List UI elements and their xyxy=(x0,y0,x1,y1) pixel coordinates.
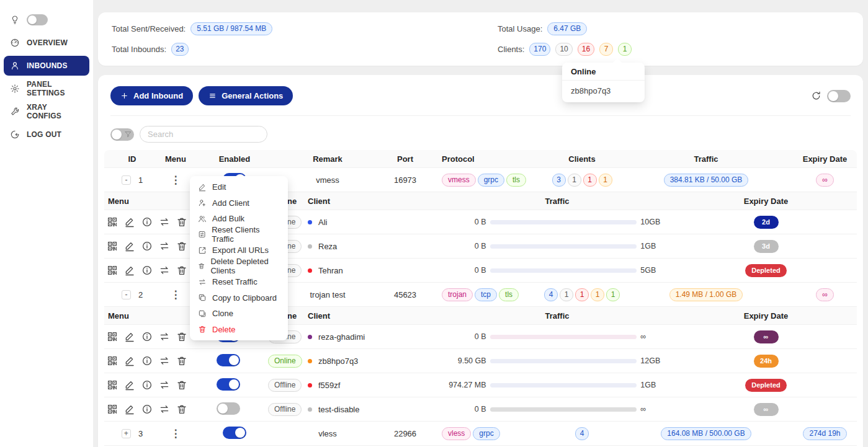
menu-item-delete[interactable]: Delete xyxy=(190,322,288,338)
edit-client-icon[interactable] xyxy=(124,216,135,228)
theme-toggle[interactable] xyxy=(27,14,48,25)
reset-traffic-icon[interactable] xyxy=(159,331,170,342)
edit-client-icon[interactable] xyxy=(124,379,135,391)
qr-code-icon[interactable] xyxy=(107,241,118,252)
sidebar-item-inbounds[interactable]: INBOUNDS xyxy=(4,56,89,76)
clients-count-default[interactable]: 10 xyxy=(555,43,572,56)
info-icon[interactable] xyxy=(141,216,153,228)
reset-traffic-icon[interactable] xyxy=(159,355,170,366)
info-icon[interactable] xyxy=(141,404,153,415)
reset-traffic-icon[interactable] xyxy=(159,379,170,391)
client-color-dot xyxy=(308,220,312,224)
expiry-tag: ∞ xyxy=(816,174,834,187)
menu-item-clone[interactable]: Clone xyxy=(190,306,288,322)
menu-item-reset-traffic[interactable]: Reset Traffic xyxy=(190,274,288,290)
delete-client-icon[interactable] xyxy=(176,265,187,276)
reset-traffic-icon[interactable] xyxy=(159,265,170,276)
collapse-button[interactable]: - xyxy=(122,175,131,185)
client-enabled-toggle[interactable] xyxy=(217,354,240,366)
add-inbound-button[interactable]: Add Inbound xyxy=(110,86,193,105)
traffic-bar: 0 B ∞ xyxy=(439,331,675,342)
info-icon[interactable] xyxy=(141,331,153,342)
search-input[interactable] xyxy=(140,126,267,143)
qr-code-icon[interactable] xyxy=(107,355,118,366)
delete-client-icon[interactable] xyxy=(176,404,187,415)
edit-client-icon[interactable] xyxy=(124,355,135,366)
collapse-button[interactable]: - xyxy=(122,290,131,299)
client-name: test-disable xyxy=(318,405,359,414)
row-menu-button[interactable]: ⋮ xyxy=(171,174,181,186)
client-color-dot xyxy=(308,268,312,273)
theme-row xyxy=(4,10,89,30)
edit-client-icon[interactable] xyxy=(124,331,135,342)
traffic-bar: 0 B 10GB xyxy=(439,216,675,228)
traffic-bar: 974.27 MB 1GB xyxy=(439,379,675,391)
client-count-tags: 4 xyxy=(545,426,619,441)
expand-button[interactable]: + xyxy=(122,429,131,438)
clients-count-expiring[interactable]: 7 xyxy=(599,43,613,56)
qr-code-icon[interactable] xyxy=(107,265,118,276)
total-usage-label: Total Usage: xyxy=(498,24,542,33)
menu-item-reset-clients-traffic[interactable]: Reset Clients Traffic xyxy=(190,227,288,243)
sidebar-item-logout[interactable]: LOG OUT xyxy=(4,125,89,144)
qr-code-icon[interactable] xyxy=(107,404,118,415)
refresh-icon[interactable] xyxy=(811,91,821,101)
client-name: zb8hpo7q3 xyxy=(318,356,358,366)
sent-received-value: 5.51 GB / 987.54 MB xyxy=(190,22,272,35)
info-icon[interactable] xyxy=(141,379,153,391)
clients-count-total[interactable]: 170 xyxy=(529,43,550,56)
delete-client-icon[interactable] xyxy=(176,216,187,228)
menu-item-add-bulk[interactable]: Add Bulk xyxy=(190,211,288,227)
qr-code-icon[interactable] xyxy=(107,379,118,391)
edit-client-icon[interactable] xyxy=(124,265,135,276)
delete-client-icon[interactable] xyxy=(176,331,187,342)
client-enabled-toggle[interactable] xyxy=(217,378,240,391)
reset-traffic-icon[interactable] xyxy=(159,404,170,415)
traffic-bar: 9.50 GB 12GB xyxy=(439,355,675,366)
export-icon xyxy=(198,246,207,255)
auto-refresh-toggle[interactable] xyxy=(827,90,851,102)
reset-traffic-icon[interactable] xyxy=(159,241,170,252)
filter-toggle[interactable] xyxy=(110,128,134,141)
menu-item-export-all-urls[interactable]: Export All URLs xyxy=(190,242,288,259)
col-remark: Remark xyxy=(278,153,377,165)
clients-count-depleted[interactable]: 16 xyxy=(578,43,594,56)
info-icon[interactable] xyxy=(141,355,153,366)
delete-client-icon[interactable] xyxy=(176,241,187,252)
clients-count-online[interactable]: 1 xyxy=(618,43,632,56)
delete-client-icon[interactable] xyxy=(176,355,187,366)
sidebar-item-xray-configs[interactable]: XRAY CONFIGS xyxy=(4,102,89,122)
client-row-zb8hpo7q3: Online zb8hpo7q3 9.50 GB 12GB 24h xyxy=(104,349,857,373)
col-port: Port xyxy=(377,153,433,165)
inbound-remark: vless xyxy=(278,428,377,440)
info-icon[interactable] xyxy=(141,265,153,276)
trash-icon xyxy=(198,262,205,270)
menu-item-add-client[interactable]: Add Client xyxy=(190,195,288,211)
info-icon[interactable] xyxy=(141,241,153,252)
sidebar-item-label: INBOUNDS xyxy=(27,61,68,70)
reset-traffic-icon[interactable] xyxy=(159,216,170,228)
edit-client-icon[interactable] xyxy=(124,241,135,252)
client-expiry-pill: 24h xyxy=(754,355,779,368)
sidebar-item-overview[interactable]: OVERVIEW xyxy=(4,33,89,53)
col-menu: Menu xyxy=(160,153,191,165)
row-menu-button[interactable]: ⋮ xyxy=(171,428,181,440)
client-color-dot xyxy=(308,244,312,249)
row-menu-button[interactable]: ⋮ xyxy=(171,289,181,301)
inbound-remark: vmess xyxy=(278,174,377,186)
delete-client-icon[interactable] xyxy=(176,379,187,391)
menu-item-copy-to-clipboard[interactable]: Copy to Clipboard xyxy=(190,290,288,306)
edit-client-icon[interactable] xyxy=(124,404,135,415)
client-name: Tehran xyxy=(318,266,343,275)
qr-code-icon[interactable] xyxy=(107,331,118,342)
general-actions-button[interactable]: General Actions xyxy=(199,86,293,105)
protocol-tags: vless grpc xyxy=(433,426,545,441)
inbound-enabled-toggle[interactable] xyxy=(223,427,246,439)
qr-code-icon[interactable] xyxy=(107,216,118,228)
client-enabled-toggle[interactable] xyxy=(217,402,240,415)
menu-item-delete-depleted-clients[interactable]: Delete Depleted Clients xyxy=(190,259,288,275)
gear-icon xyxy=(10,84,20,94)
gauge-icon xyxy=(10,38,20,48)
sidebar-item-panel-settings[interactable]: PANEL SETTINGS xyxy=(4,79,89,99)
menu-item-edit[interactable]: Edit xyxy=(190,179,288,195)
